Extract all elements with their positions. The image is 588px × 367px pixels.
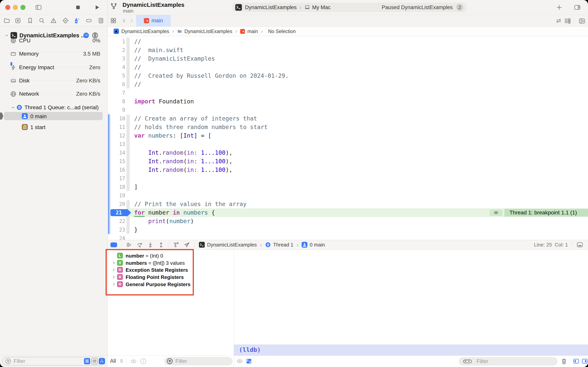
code-line-20[interactable]: 20// Print the values in the array [108, 200, 588, 209]
quicklook-eye-icon[interactable] [236, 358, 243, 365]
breakpoint-marker[interactable]: 21 [110, 209, 133, 216]
line-number[interactable]: 22 [108, 217, 125, 225]
scheme-and-activity-view[interactable]: DynamicListExamples › My Mac Paused Dyna… [233, 3, 466, 12]
tag-navigator-tab[interactable] [85, 17, 92, 24]
code-line-7[interactable]: 7 [108, 89, 588, 97]
editor-tab-main[interactable]: main [136, 15, 171, 26]
line-number[interactable]: 2 [108, 46, 125, 54]
line-number[interactable]: 5 [108, 72, 125, 80]
search-navigator-tab[interactable] [39, 17, 45, 24]
info-icon[interactable] [140, 358, 147, 365]
debug-memory-graph-button[interactable] [173, 242, 179, 248]
debug-breadcrumb-item[interactable]: Thread 1 [265, 242, 294, 248]
breakpoint-annotation-menu[interactable] [490, 209, 503, 216]
gauge-row-energy-impact[interactable]: Energy Impact Zero [0, 64, 108, 72]
line-number[interactable]: 8 [108, 97, 125, 106]
bookmark-navigator-tab[interactable] [27, 17, 34, 24]
sidebar-divider[interactable] [108, 0, 108, 367]
step-over-button[interactable] [136, 242, 143, 248]
variable-row[interactable]: R General Purpose Registers [108, 281, 234, 288]
gauge-row-disk[interactable]: Disk Zero KB/s [0, 77, 108, 85]
line-number[interactable]: 7 [108, 89, 125, 97]
quicklook-eye-icon[interactable] [130, 358, 137, 365]
step-out-button[interactable] [158, 242, 164, 248]
code-line-24[interactable]: 24 [108, 234, 588, 240]
related-items-grid-icon[interactable] [110, 17, 117, 24]
variables-scope-select[interactable]: All [110, 358, 116, 364]
toggle-navigator-button[interactable] [34, 4, 43, 11]
xmark-square-navigator-tab[interactable] [15, 17, 21, 24]
jumpbar-file[interactable]: main [247, 29, 258, 34]
show-console-view-button[interactable] [581, 358, 588, 365]
line-number[interactable]: 23 [108, 225, 125, 234]
activity-issue-badge[interactable]: 2 [456, 4, 463, 11]
sort-chevrons-icon[interactable] [119, 359, 124, 364]
code-line-1[interactable]: 1// [108, 37, 588, 46]
console-filter-field[interactable]: Filter [459, 357, 557, 366]
code-line-8[interactable]: 8import Foundation [108, 97, 588, 106]
step-into-button[interactable] [147, 242, 154, 248]
code-line-23[interactable]: 23} [108, 225, 588, 234]
filter-view-mode-button[interactable] [99, 358, 105, 364]
line-number[interactable]: 12 [108, 131, 125, 140]
add-editor-button[interactable] [578, 17, 586, 25]
editor-options-icon[interactable] [564, 17, 571, 25]
continue-execution-button[interactable] [126, 242, 132, 248]
filter-stack-frames-button[interactable] [91, 358, 98, 364]
breakpoint-annotation[interactable]: Thread 1: breakpoint 1.1 (1) [504, 209, 588, 217]
line-number[interactable]: 1 [108, 37, 125, 46]
line-number[interactable]: 9 [108, 106, 125, 114]
gauge-row-cpu[interactable]: CPU 0% [0, 37, 108, 45]
debug-breadcrumb-item[interactable]: 0 main [302, 242, 325, 248]
diamond-check-navigator-tab[interactable] [62, 17, 69, 24]
line-number[interactable]: 4 [108, 63, 125, 72]
code-line-19[interactable]: 19 [108, 191, 588, 200]
debug-area-toggle-icon[interactable] [576, 241, 583, 248]
warning-navigator-tab[interactable] [50, 17, 57, 24]
simulate-location-button[interactable] [184, 242, 190, 248]
variables-filter-field[interactable]: Filter [164, 357, 233, 366]
show-variables-view-button[interactable] [573, 358, 580, 365]
code-line-14[interactable]: 14 Int.random(in: 1...100), [108, 149, 588, 157]
line-number[interactable]: 19 [108, 191, 125, 200]
line-number[interactable]: 10 [108, 114, 125, 123]
console-view[interactable]: (lldb) Filter [234, 250, 588, 367]
disclosure-chevron-icon[interactable] [112, 268, 116, 272]
code-line-12[interactable]: 12var numbers: [Int] = [ [108, 131, 588, 140]
line-number[interactable]: 11 [108, 123, 125, 131]
forward-button[interactable] [129, 18, 134, 23]
folder-navigator-tab[interactable] [3, 17, 10, 24]
filter-running-button[interactable] [84, 358, 90, 364]
toggle-inspector-button[interactable] [573, 4, 582, 11]
code-line-10[interactable]: 10// Create an array of integers that [108, 114, 588, 123]
source-editor[interactable]: 1//2// main.swift3// DynamicListExamples… [108, 36, 588, 240]
line-number[interactable]: 18 [108, 183, 125, 191]
clear-console-button[interactable] [560, 358, 568, 365]
code-line-11[interactable]: 11// holds three random numbers to start [108, 123, 588, 131]
code-line-6[interactable]: 6// [108, 80, 588, 89]
line-number[interactable]: 15 [108, 157, 125, 166]
close-window-button[interactable] [5, 5, 10, 10]
gauge-row-memory[interactable]: Memory 3.5 MB [0, 50, 108, 58]
code-line-5[interactable]: 5// Created by Russell Gordon on 2024-01… [108, 72, 588, 80]
line-number[interactable]: 17 [108, 174, 125, 183]
code-line-17[interactable]: 17 [108, 174, 588, 183]
code-line-9[interactable]: 9 [108, 106, 588, 114]
back-button[interactable] [122, 18, 126, 23]
line-number[interactable]: 24 [108, 234, 125, 240]
zoom-window-button[interactable] [20, 5, 25, 10]
navigator-filter-field[interactable]: Filter [2, 357, 105, 366]
line-number[interactable]: 14 [108, 149, 125, 157]
hide-debug-area-button[interactable] [110, 242, 117, 247]
code-line-22[interactable]: 22 print(number) [108, 217, 588, 225]
gauge-row-network[interactable]: Network Zero KB/s [0, 90, 108, 98]
code-line-15[interactable]: 15 Int.random(in: 1...100), [108, 157, 588, 166]
jumpbar-group[interactable]: DynamicListExamples [185, 29, 232, 34]
report-list-navigator-tab[interactable] [98, 17, 104, 24]
code-review-icon[interactable] [555, 17, 562, 24]
scheme-project-label[interactable]: DynamicListExamples [245, 4, 297, 10]
stack-frame-row[interactable]: 0 main [0, 112, 108, 120]
variable-row[interactable]: R Floating Point Registers [108, 274, 234, 281]
code-line-2[interactable]: 2// main.swift [108, 46, 588, 54]
run-button[interactable] [94, 4, 100, 11]
